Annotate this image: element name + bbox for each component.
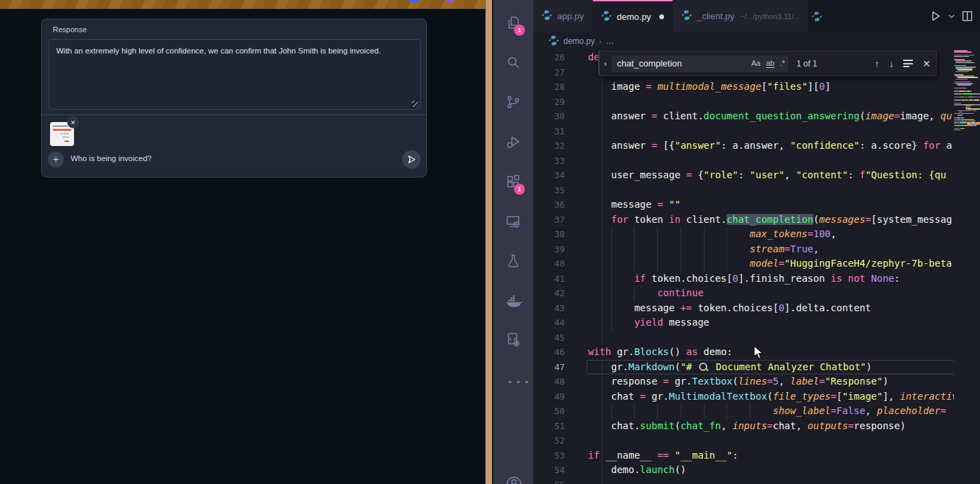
minimap-row [954, 131, 980, 132]
regex-toggle[interactable]: .* [780, 59, 785, 68]
minimap[interactable] [954, 50, 980, 484]
sidebar-item-source-control[interactable] [493, 85, 533, 119]
response-text: With an extremely high level of confiden… [56, 46, 413, 56]
add-file-button[interactable]: + [48, 152, 64, 167]
code-line-48[interactable]: 48 response = gr.Textbox(lines=5, label=… [533, 374, 954, 389]
resize-handle-icon[interactable] [412, 101, 418, 107]
code-line-49[interactable]: 49 chat = gr.MultimodalTextbox(file_type… [533, 389, 954, 404]
tab-_client.py[interactable]: _client.py~/.../python3.11/... [673, 0, 809, 32]
breadcrumb[interactable]: demo.py › … [533, 32, 980, 50]
close-find-button[interactable]: ✕ [922, 59, 931, 69]
split-editor-button[interactable] [961, 10, 973, 22]
breadcrumb-symbol[interactable]: … [606, 36, 614, 46]
line-number: 47 [533, 360, 565, 375]
send-icon [407, 155, 416, 164]
tab-demo.py[interactable]: demo.py [593, 0, 673, 32]
sidebar-item-more[interactable]: • • • [493, 362, 533, 396]
code-line-40[interactable]: 40 model="HuggingFaceH4/zephyr-7b-beta [533, 256, 954, 271]
code-line-33[interactable]: 33 [533, 154, 954, 169]
run-python-button[interactable] [930, 10, 942, 22]
code-editor[interactable]: 26def chat_fn(multimodal_message):2728 i… [533, 50, 954, 484]
line-number: 53 [533, 448, 565, 463]
code-line-39[interactable]: 39 stream=True, [533, 242, 954, 257]
sidebar-item-task-runner[interactable] [493, 322, 533, 356]
code-text: stream=True, [588, 242, 819, 257]
code-line-50[interactable]: 50 show_label=False, placeholder= [533, 404, 954, 419]
code-line-51[interactable]: 51 chat.submit(chat_fn, inputs=chat, out… [533, 419, 954, 434]
line-number: 34 [533, 168, 565, 183]
code-line-34[interactable]: 34 user_message = {"role": "user", "cont… [533, 168, 954, 183]
code-line-28[interactable]: 28 image = multimodal_message["files"][0… [533, 80, 954, 95]
next-match-button[interactable]: ↓ [889, 59, 894, 69]
code-line-41[interactable]: 41 if token.choices[0].finish_reason is … [533, 271, 954, 287]
toggle-replace-button[interactable]: › [604, 58, 607, 69]
find-widget: › Aa ab .* 1 of 1 ↑ ↓ ✕ [598, 51, 937, 76]
code-line-30[interactable]: 30 answer = client.document_question_ans… [533, 109, 954, 124]
whole-word-toggle[interactable]: ab [766, 59, 774, 68]
attached-image-thumbnail[interactable]: ✕ [50, 122, 74, 146]
flask-icon [505, 253, 522, 269]
run-dropdown-button[interactable] [948, 12, 955, 20]
sidebar-item-explorer[interactable]: 1 [493, 5, 533, 40]
python-icon [541, 10, 552, 23]
code-text: image = multimodal_message["files"][0] [588, 80, 831, 95]
line-number: 36 [533, 197, 565, 213]
code-line-55[interactable]: 55 [533, 478, 954, 484]
sidebar-item-search[interactable] [493, 45, 533, 80]
find-toggles: Aa ab .* [751, 59, 785, 68]
chat-input[interactable]: Who is being invoiced? [71, 154, 151, 162]
code-line-43[interactable]: 43 message += token.choices[0].delta.con… [533, 301, 954, 316]
sidebar-item-run-debug[interactable] [493, 125, 533, 159]
code-text: if __name__ == "__main__": [588, 448, 738, 463]
vscode-window: 1 [493, 0, 980, 484]
send-button[interactable] [402, 150, 421, 169]
code-text: max_tokens=100, [588, 227, 836, 242]
sidebar-item-account[interactable] [493, 466, 533, 484]
match-count: 1 of 1 [796, 59, 817, 69]
match-case-toggle[interactable]: Aa [751, 59, 760, 68]
code-line-35[interactable]: 35 [533, 183, 954, 198]
sidebar-item-docker[interactable] [493, 284, 533, 318]
code-line-37[interactable]: 37 for token in client.chat_completion(m… [533, 213, 954, 228]
extensions-badge: 1 [514, 184, 525, 195]
previous-match-button[interactable]: ↑ [874, 59, 879, 69]
code-line-38[interactable]: 38 max_tokens=100, [533, 227, 954, 242]
code-text: model="HuggingFaceH4/zephyr-7b-beta [588, 256, 952, 271]
code-line-31[interactable]: 31 [533, 124, 954, 139]
breadcrumb-file[interactable]: demo.py [563, 36, 595, 46]
code-line-52[interactable]: 52 [533, 433, 954, 448]
sidebar-item-testing[interactable] [493, 244, 533, 278]
code-line-45[interactable]: 45 [533, 330, 954, 346]
response-textbox[interactable]: With an extremely high level of confiden… [49, 39, 421, 110]
mouse-cursor [752, 346, 765, 359]
code-line-53[interactable]: 53if __name__ == "__main__": [533, 448, 954, 463]
code-text: chat = gr.MultimodalTextbox(file_types=[… [588, 389, 954, 404]
code-line-47[interactable]: 47 gr.Markdown("# Document Analyzer Chat… [533, 360, 954, 375]
sidebar-item-extensions[interactable]: 1 [493, 165, 533, 199]
line-number: 35 [533, 183, 565, 198]
code-line-32[interactable]: 32 answer = [{"answer": a.answer, "confi… [533, 138, 954, 154]
code-line-44[interactable]: 44 yield message [533, 315, 954, 330]
code-line-46[interactable]: 46with gr.Blocks() as demo: [533, 345, 954, 360]
line-number: 45 [533, 330, 565, 346]
split-editor-icon [961, 10, 973, 22]
code-line-29[interactable]: 29 [533, 95, 954, 110]
line-number: 37 [533, 213, 565, 228]
code-line-36[interactable]: 36 message = "" [533, 197, 954, 213]
remove-attachment-button[interactable]: ✕ [67, 117, 79, 128]
chat-input-row: + Who is being invoiced? [42, 149, 426, 177]
find-input[interactable] [611, 58, 713, 69]
line-number: 28 [533, 80, 565, 95]
find-input-box[interactable]: Aa ab .* [611, 56, 788, 72]
tab-label: _client.py [697, 11, 735, 21]
find-in-selection-button[interactable] [903, 59, 913, 69]
line-number: 41 [533, 271, 565, 287]
code-text: for token in client.chat_completion(mess… [588, 213, 952, 228]
code-text: message += token.choices[0].delta.conten… [588, 301, 871, 316]
tab-app.py[interactable]: app.py [533, 0, 593, 32]
code-line-42[interactable]: 42 continue [533, 286, 954, 301]
code-line-54[interactable]: 54 demo.launch() [533, 463, 954, 478]
sidebar-item-remote-explorer[interactable] [493, 204, 533, 239]
window-top-decoration [0, 0, 485, 9]
code-text: answer = client.document_question_answer… [588, 109, 952, 124]
